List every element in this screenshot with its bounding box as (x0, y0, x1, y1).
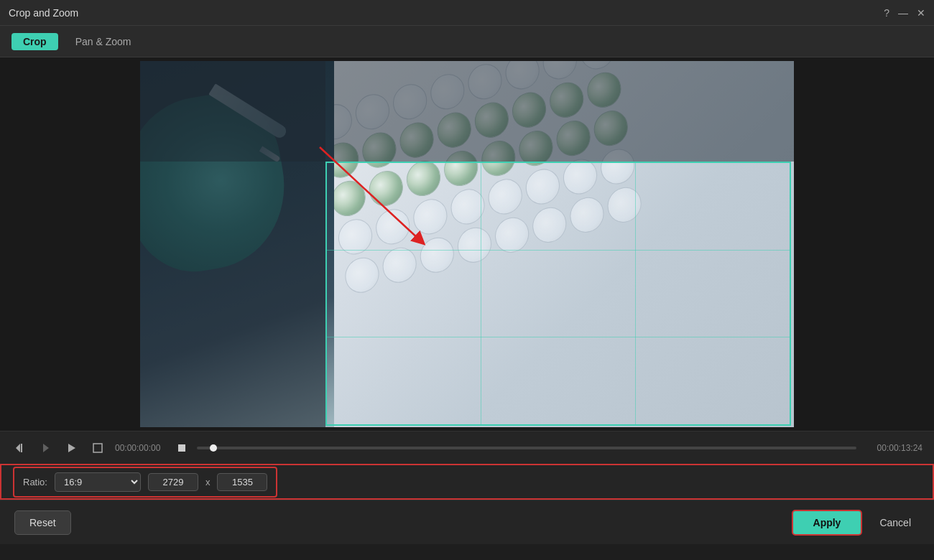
end-time: 00:00:13:24 (865, 443, 923, 453)
video-canvas (140, 61, 794, 427)
crop-content (327, 163, 790, 424)
svg-marker-5 (68, 444, 75, 452)
grid-line-v2 (635, 163, 636, 424)
tab-pan-zoom[interactable]: Pan & Zoom (64, 33, 143, 50)
grid-line-h1 (327, 250, 790, 251)
minimize-icon[interactable]: — (898, 7, 908, 19)
tab-crop[interactable]: Crop (11, 33, 58, 50)
title-bar-controls: ? — ✕ (884, 7, 925, 19)
title-bar: Crop and Zoom ? — ✕ (0, 0, 934, 26)
ratio-height-input[interactable] (217, 473, 267, 491)
svg-marker-4 (43, 444, 49, 452)
ratio-section: Ratio: 16:9 4:3 1:1 9:16 Custom x (13, 467, 277, 498)
crop-frame-button[interactable] (89, 439, 106, 457)
crop-grid (327, 163, 790, 424)
action-bar: Reset Apply Cancel (0, 500, 934, 544)
reset-button[interactable]: Reset (14, 510, 71, 535)
step-forward-button[interactable] (37, 439, 55, 457)
grid-line-v1 (481, 163, 481, 424)
close-icon[interactable]: ✕ (917, 7, 925, 19)
tab-bar: Crop Pan & Zoom (0, 26, 934, 57)
svg-rect-3 (21, 444, 22, 452)
crop-selection-box[interactable] (325, 162, 791, 426)
ratio-bar: Ratio: 16:9 4:3 1:1 9:16 Custom x (0, 464, 934, 500)
ratio-select[interactable]: 16:9 4:3 1:1 9:16 Custom (55, 472, 141, 492)
ratio-label: Ratio: (23, 477, 47, 487)
ratio-x-label: x (205, 477, 211, 487)
outside-overlay-top (140, 61, 794, 162)
grid-line-h2 (327, 337, 790, 337)
timeline-track[interactable] (197, 447, 856, 449)
svg-rect-6 (93, 444, 102, 452)
app-title: Crop and Zoom (9, 7, 78, 19)
timeline-thumb[interactable] (210, 444, 217, 452)
playback-bar: 00:00:00:00 00:00:13:24 (0, 431, 934, 464)
svg-marker-2 (16, 444, 20, 452)
cancel-button[interactable]: Cancel (871, 511, 920, 534)
video-area (0, 57, 934, 431)
ratio-width-input[interactable] (148, 473, 198, 491)
current-time: 00:00:00:00 (115, 443, 172, 453)
title-bar-left: Crop and Zoom (9, 7, 78, 19)
action-buttons-right: Apply Cancel (792, 510, 920, 536)
playhead-dot (178, 444, 185, 452)
apply-button[interactable]: Apply (792, 510, 863, 536)
play-button[interactable] (63, 439, 80, 457)
help-icon[interactable]: ? (884, 7, 889, 19)
rewind-button[interactable] (11, 439, 29, 457)
